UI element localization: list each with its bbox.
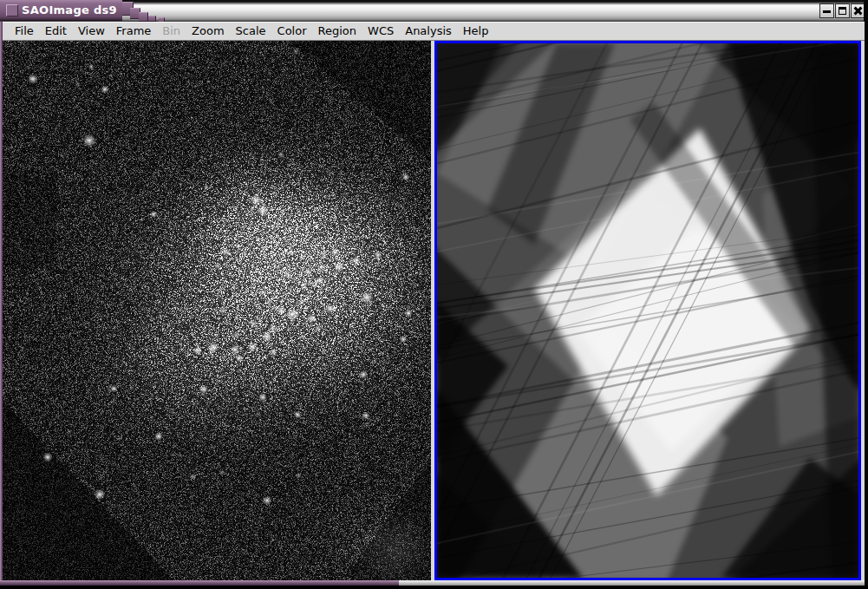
menu-help[interactable]: Help: [458, 23, 494, 40]
minimize-icon: [823, 10, 831, 13]
minimize-button[interactable]: [819, 3, 834, 18]
window-controls: [819, 3, 865, 18]
menu-scale[interactable]: Scale: [231, 23, 271, 40]
menu-bin: Bin: [157, 23, 186, 40]
maximize-button[interactable]: [835, 3, 850, 18]
menubar: File Edit View Frame Bin Zoom Scale Colo…: [3, 22, 865, 41]
menu-wcs[interactable]: WCS: [362, 23, 399, 40]
menu-region[interactable]: Region: [313, 23, 362, 40]
window-title: SAOImage ds9: [22, 3, 117, 16]
titlebar-step-decoration: [148, 16, 156, 22]
image-frame-starfield[interactable]: [3, 41, 431, 580]
menu-file[interactable]: File: [10, 23, 39, 40]
image-frame-exposure-map-active[interactable]: [434, 41, 861, 580]
menu-color[interactable]: Color: [272, 23, 312, 40]
menu-frame[interactable]: Frame: [111, 23, 157, 40]
titlebar[interactable]: SAOImage ds9: [0, 0, 868, 22]
menu-analysis[interactable]: Analysis: [400, 23, 457, 40]
maximize-icon: [839, 7, 846, 15]
titlebar-tab: SAOImage ds9: [0, 0, 122, 21]
titlebar-step-decoration: [139, 12, 148, 22]
menu-zoom[interactable]: Zoom: [186, 23, 229, 40]
menu-view[interactable]: View: [73, 23, 110, 40]
app-background-strip: [861, 41, 865, 580]
window-shadow-bottom: [0, 586, 868, 589]
window-menu-icon[interactable]: [6, 4, 18, 16]
ds9-window: SAOImage ds9 File Edit View Frame Bin Zo…: [0, 0, 868, 589]
menu-edit[interactable]: Edit: [40, 23, 72, 40]
window-border-right: [865, 0, 868, 589]
